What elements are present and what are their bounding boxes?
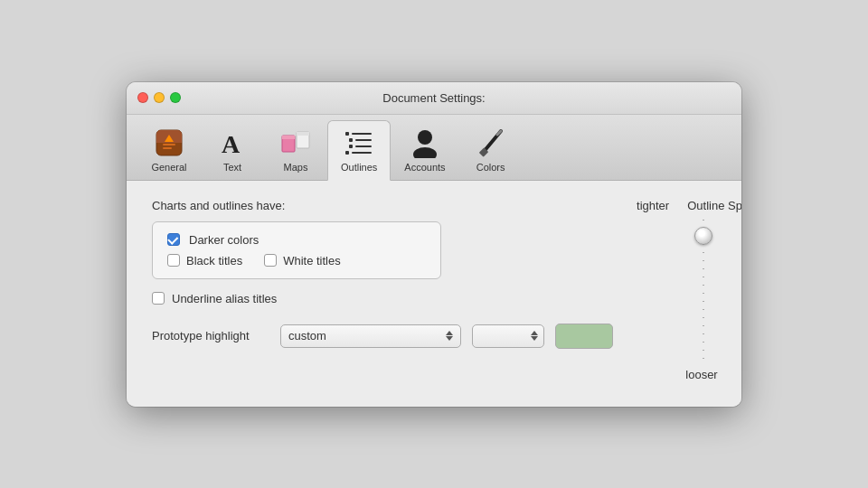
underline-alias-label: Underline alias titles xyxy=(172,292,277,305)
darker-colors-checkbox[interactable] xyxy=(167,233,180,246)
value-stepper[interactable] xyxy=(472,324,544,348)
black-titles-checkbox[interactable] xyxy=(167,254,180,267)
colors-icon xyxy=(475,127,507,159)
section-label: Charts and outlines have: xyxy=(152,199,613,212)
window: Document Settings: General A xyxy=(127,82,741,407)
svg-point-20 xyxy=(413,147,437,158)
svg-rect-10 xyxy=(297,132,309,136)
close-button[interactable] xyxy=(137,92,148,103)
svg-rect-4 xyxy=(163,144,175,145)
stepper-up-icon xyxy=(531,331,538,335)
black-titles-label: Black titles xyxy=(186,254,242,267)
outlines-label: Outlines xyxy=(341,162,377,173)
svg-point-19 xyxy=(418,130,432,145)
underline-alias-row: Underline alias titles xyxy=(152,292,613,305)
window-title: Document Settings: xyxy=(382,91,485,105)
black-titles-item: Black titles xyxy=(167,254,242,267)
svg-rect-15 xyxy=(349,145,353,148)
svg-rect-12 xyxy=(352,133,372,135)
maps-icon xyxy=(279,127,312,159)
looser-label: looser xyxy=(685,368,721,381)
arrow-down-icon xyxy=(446,336,453,341)
left-panel: Charts and outlines have: Darker colors … xyxy=(152,199,613,381)
white-titles-item: White titles xyxy=(264,254,341,267)
stepper-down-icon xyxy=(531,336,538,341)
svg-rect-14 xyxy=(355,139,372,141)
toolbar-item-maps[interactable]: Maps xyxy=(264,120,327,180)
toolbar-item-text[interactable]: A Text xyxy=(201,120,264,180)
arrow-up-icon xyxy=(446,331,453,335)
text-icon: A xyxy=(216,127,249,159)
minimize-button[interactable] xyxy=(154,92,165,103)
outline-spacing-title: Outline Spacing xyxy=(687,199,741,212)
svg-rect-13 xyxy=(349,138,353,142)
color-swatch[interactable] xyxy=(555,324,613,349)
svg-rect-16 xyxy=(355,145,372,147)
svg-rect-11 xyxy=(345,132,349,136)
maximize-button[interactable] xyxy=(170,92,181,103)
dropdown-value: custom xyxy=(288,329,326,343)
dropdown-arrows xyxy=(446,331,453,341)
toolbar-item-colors[interactable]: Colors xyxy=(459,120,523,180)
svg-rect-5 xyxy=(163,147,172,149)
svg-rect-17 xyxy=(345,151,349,155)
prototype-highlight-dropdown[interactable]: custom xyxy=(280,324,461,348)
content-area: Charts and outlines have: Darker colors … xyxy=(127,181,741,407)
toolbar-item-accounts[interactable]: Accounts xyxy=(391,120,458,180)
outline-spacing-slider[interactable] xyxy=(695,220,712,364)
title-bar: Document Settings: xyxy=(127,82,741,115)
window-controls xyxy=(137,92,181,103)
titles-row: Black titles White titles xyxy=(167,254,426,267)
outlines-icon xyxy=(343,127,375,159)
tighter-label: tighter xyxy=(637,199,673,212)
colors-label: Colors xyxy=(476,162,505,173)
text-label: Text xyxy=(223,162,241,173)
toolbar: General A Text Maps xyxy=(127,115,741,181)
checkbox-group: Darker colors Black titles White titles xyxy=(152,221,441,279)
toolbar-item-outlines[interactable]: Outlines xyxy=(327,120,391,181)
maps-label: Maps xyxy=(284,162,308,173)
svg-rect-18 xyxy=(352,152,372,154)
white-titles-label: White titles xyxy=(283,254,341,267)
darker-colors-label: Darker colors xyxy=(189,233,259,247)
slider-thumb xyxy=(694,227,712,245)
accounts-icon xyxy=(409,127,441,159)
general-icon xyxy=(153,127,185,159)
prototype-highlight-label: Prototype highlight xyxy=(152,329,269,343)
accounts-label: Accounts xyxy=(404,162,445,173)
svg-rect-9 xyxy=(282,136,295,139)
svg-text:A: A xyxy=(222,130,241,158)
darker-colors-row: Darker colors xyxy=(167,233,426,247)
white-titles-checkbox[interactable] xyxy=(264,254,277,267)
toolbar-item-general[interactable]: General xyxy=(137,120,201,180)
underline-alias-checkbox[interactable] xyxy=(152,292,165,305)
bottom-row: Prototype highlight custom xyxy=(152,324,613,349)
general-label: General xyxy=(151,162,186,173)
stepper-arrows xyxy=(531,331,538,341)
right-panel: tighter Outline Spacing looser xyxy=(613,199,741,381)
